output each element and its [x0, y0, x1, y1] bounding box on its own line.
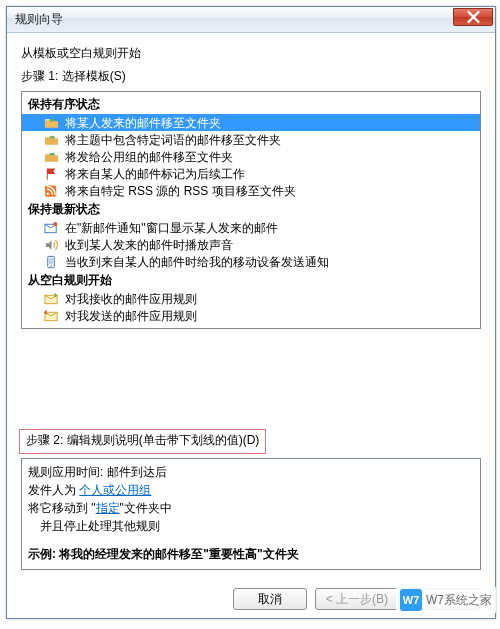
- window-title: 规则向导: [15, 11, 63, 28]
- template-move-subject[interactable]: 将主题中包含特定词语的邮件移至文件夹: [22, 131, 480, 148]
- rule-description-box: 规则应用时间: 邮件到达后 发件人为 个人或公用组 将它移动到 "指定"文件夹中…: [21, 458, 481, 570]
- watermark: W7 W7系统之家: [396, 587, 496, 613]
- envelope-out-icon: [44, 309, 59, 323]
- template-mobile-notify[interactable]: 当收到来自某人的邮件时给我的移动设备发送通知: [22, 253, 480, 270]
- link-people-or-dl[interactable]: 个人或公用组: [79, 483, 151, 497]
- template-blank-receive[interactable]: 对我接收的邮件应用规则: [22, 290, 480, 307]
- example-label: 示例:: [28, 547, 59, 561]
- template-label: 将来自某人的邮件标记为后续工作: [65, 166, 245, 182]
- desc-line-from: 发件人为 个人或公用组: [28, 481, 474, 499]
- spacer: [21, 329, 481, 423]
- rules-wizard-window: 规则向导 从模板或空白规则开始 步骤 1: 选择模板(S) 保持有序状态 将某人…: [6, 6, 496, 619]
- template-flag-followup[interactable]: 将来自某人的邮件标记为后续工作: [22, 165, 480, 182]
- envelope-in-icon: [44, 292, 59, 306]
- step2-label: 步骤 2: 编辑规则说明(单击带下划线的值)(D): [26, 433, 259, 447]
- rss-icon: [44, 184, 59, 198]
- titlebar: 规则向导: [7, 7, 495, 33]
- flag-icon: [44, 167, 59, 181]
- folder-move-icon: [44, 150, 59, 164]
- desc-example: 示例: 将我的经理发来的邮件移至"重要性高"文件夹: [28, 545, 474, 563]
- close-icon: [466, 10, 481, 24]
- svg-point-6: [50, 265, 52, 267]
- desc-line-stop: 并且停止处理其他规则: [28, 517, 474, 535]
- watermark-badge: W7: [400, 589, 422, 611]
- svg-point-3: [53, 222, 57, 226]
- template-label: 在"新邮件通知"窗口显示某人发来的邮件: [65, 220, 278, 236]
- mobile-icon: [44, 255, 59, 269]
- desc-line-when: 规则应用时间: 邮件到达后: [28, 463, 474, 481]
- group-stay-updated: 保持最新状态: [22, 199, 480, 219]
- sound-icon: [44, 238, 59, 252]
- template-label: 对我发送的邮件应用规则: [65, 308, 197, 324]
- template-label: 将发给公用组的邮件移至文件夹: [65, 149, 233, 165]
- template-label: 当收到来自某人的邮件时给我的移动设备发送通知: [65, 254, 329, 270]
- template-new-mail-alert[interactable]: 在"新邮件通知"窗口显示某人发来的邮件: [22, 219, 480, 236]
- cancel-button[interactable]: 取消: [233, 588, 307, 610]
- intro-text: 从模板或空白规则开始: [21, 45, 481, 62]
- folder-move-icon: [44, 133, 59, 147]
- template-label: 将某人发来的邮件移至文件夹: [65, 115, 221, 131]
- wizard-body: 从模板或空白规则开始 步骤 1: 选择模板(S) 保持有序状态 将某人发来的邮件…: [7, 33, 495, 618]
- template-play-sound[interactable]: 收到某人发来的邮件时播放声音: [22, 236, 480, 253]
- step2-highlight-box: 步骤 2: 编辑规则说明(单击带下划线的值)(D): [19, 429, 266, 454]
- template-label: 对我接收的邮件应用规则: [65, 291, 197, 307]
- template-listbox[interactable]: 保持有序状态 将某人发来的邮件移至文件夹 将主题中包含特定词语的邮件移至文件夹 …: [21, 91, 481, 329]
- back-button[interactable]: < 上一步(B): [315, 588, 399, 610]
- template-label: 将主题中包含特定词语的邮件移至文件夹: [65, 132, 281, 148]
- template-label: 将来自特定 RSS 源的 RSS 项目移至文件夹: [65, 183, 296, 199]
- watermark-text: W7系统之家: [426, 592, 492, 609]
- template-move-rss[interactable]: 将来自特定 RSS 源的 RSS 项目移至文件夹: [22, 182, 480, 199]
- template-move-distlist[interactable]: 将发给公用组的邮件移至文件夹: [22, 148, 480, 165]
- close-button[interactable]: [453, 8, 493, 26]
- folder-move-icon: [44, 116, 59, 130]
- template-move-from-person[interactable]: 将某人发来的邮件移至文件夹: [22, 114, 480, 131]
- group-blank-rule: 从空白规则开始: [22, 270, 480, 290]
- step1-label: 步骤 1: 选择模板(S): [21, 68, 481, 85]
- template-blank-send[interactable]: 对我发送的邮件应用规则: [22, 307, 480, 324]
- template-label: 收到某人发来的邮件时播放声音: [65, 237, 233, 253]
- desc-line-move: 将它移动到 "指定"文件夹中: [28, 499, 474, 517]
- link-specified-folder[interactable]: 指定: [96, 501, 120, 515]
- group-keep-organized: 保持有序状态: [22, 94, 480, 114]
- svg-rect-5: [49, 257, 54, 264]
- example-text: 将我的经理发来的邮件移至"重要性高"文件夹: [59, 547, 298, 561]
- new-mail-alert-icon: [44, 221, 59, 235]
- svg-point-1: [47, 192, 49, 194]
